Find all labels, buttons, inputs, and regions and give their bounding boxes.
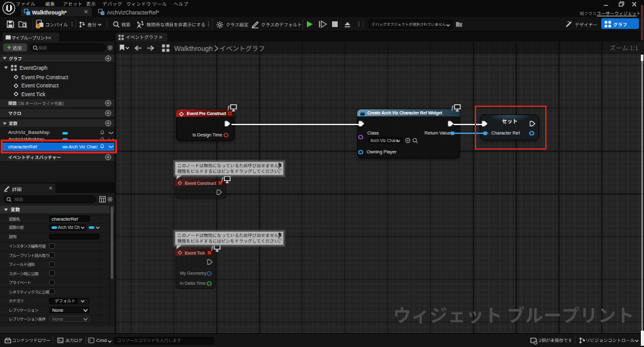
- svg-text:f: f: [452, 105, 454, 111]
- svg-text:f: f: [211, 245, 214, 251]
- svg-text:f: f: [228, 105, 230, 111]
- svg-text:?: ?: [37, 24, 40, 28]
- svg-text:f: f: [221, 177, 224, 182]
